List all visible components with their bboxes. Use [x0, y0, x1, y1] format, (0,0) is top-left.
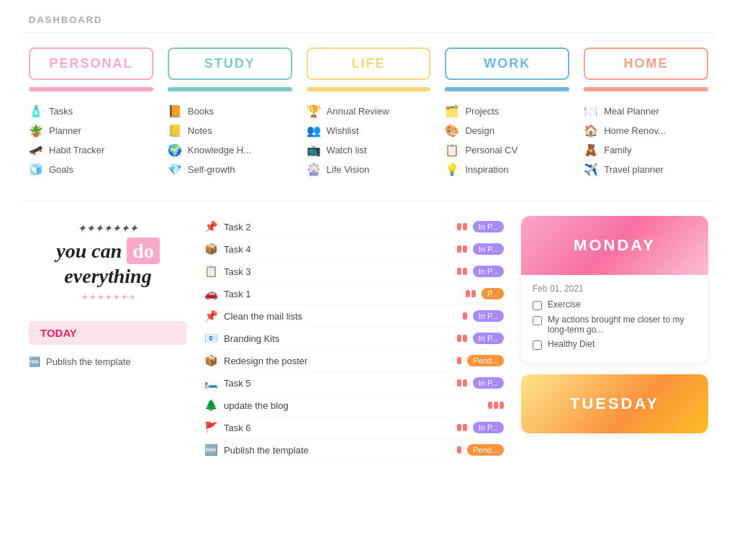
home-items: 🍽️Meal Planner 🏠Home Renov... 🧸Family ✈️… [584, 101, 708, 179]
knowledge-icon: 🌍 [168, 143, 182, 157]
list-item[interactable]: 🗂️Projects [445, 101, 569, 121]
table-row[interactable]: 🛏️ Task 5 In P... [202, 372, 507, 394]
task-priority [457, 446, 461, 453]
list-item[interactable]: 🏠Home Renov... [584, 121, 708, 140]
list-item[interactable]: 👥Wishlist [307, 121, 431, 140]
list-item[interactable]: 🌍Knowledge H... [168, 140, 292, 160]
list-item[interactable]: 🍽️Meal Planner [584, 101, 708, 121]
task-badge: Pend... [467, 355, 504, 366]
monday-item-0[interactable]: Exercise [533, 299, 697, 310]
list-item[interactable]: 📙Books [168, 101, 292, 121]
task-list-panel: 📌 Task 2 In P... 📦 Task 4 In P... 📋 Task… [202, 216, 507, 461]
task-priority [466, 290, 476, 297]
habit-tracker-icon: 🛹 [29, 143, 43, 157]
meal-planner-icon: 🍽️ [584, 104, 598, 118]
dashboard-title: DASHBOARD [0, 0, 737, 32]
annual-review-icon: 🏆 [307, 104, 321, 118]
monday-checkbox-2[interactable] [533, 340, 542, 350]
task-name: Task 2 [224, 222, 451, 232]
categories-section: PERSONAL 🧴Tasks 🪴Planner 🛹Habit Tracker … [0, 33, 737, 201]
monday-body: Feb 01, 2021 Exercise My actions brought… [521, 275, 708, 363]
life-items: 🏆Annual Review 👥Wishlist 📺Watch list 🎡Li… [307, 101, 431, 179]
monday-card: MONDAY Feb 01, 2021 Exercise My actions … [521, 216, 708, 363]
monday-item-label-2: Healthy Diet [548, 339, 594, 349]
wishlist-icon: 👥 [307, 124, 321, 137]
tasks-icon: 🧴 [29, 104, 43, 118]
task-icon: 📧 [204, 332, 218, 345]
table-row[interactable]: 📧 Branding Kits In P... [202, 328, 507, 350]
table-row[interactable]: 📌 Task 2 In P... [202, 216, 507, 238]
monday-item-label-1: My actions brought me closer to my long-… [548, 315, 697, 335]
task-icon: 📦 [204, 243, 218, 256]
left-task-name: Publish the template [46, 356, 131, 367]
table-row[interactable]: 📦 Redesign the poster Pend... [202, 350, 507, 372]
category-label-life[interactable]: LIFE [307, 48, 431, 80]
left-panel: ✦✦✦✦✦✦✦ you can do everything ✦✦✦✦✦✦✦ TO… [29, 216, 187, 461]
list-item[interactable]: 🎡Life Vision [307, 160, 431, 179]
planner-icon: 🪴 [29, 124, 43, 137]
category-bar-personal [29, 87, 153, 91]
category-bar-work [445, 87, 569, 91]
list-item[interactable]: 🧊Goals [29, 160, 153, 179]
task-priority [463, 312, 467, 320]
task-badge: In P... [473, 310, 504, 322]
monday-header: MONDAY [521, 216, 708, 275]
task-priority [457, 268, 467, 275]
watchlist-icon: 📺 [307, 143, 321, 157]
list-item[interactable]: 📋Personal CV [445, 140, 569, 160]
list-item[interactable]: 💡Inspiration [445, 160, 569, 179]
motivation-text: ✦✦✦✦✦✦✦ you can do everything ✦✦✦✦✦✦✦ [36, 223, 180, 302]
table-row[interactable]: 📌 Clean the mail lists In P... [202, 305, 507, 328]
design-icon: 🎨 [445, 124, 459, 137]
table-row[interactable]: 🚩 Task 6 In P... [202, 417, 507, 439]
left-task-item[interactable]: 🆓 Publish the template [29, 353, 187, 370]
task-name: Branding Kits [224, 333, 451, 344]
category-work: WORK 🗂️Projects 🎨Design 📋Personal CV 💡In… [445, 48, 569, 179]
home-renov-icon: 🏠 [584, 124, 598, 137]
list-item[interactable]: ✈️Travel planner [584, 160, 708, 179]
category-label-work[interactable]: WORK [445, 48, 569, 80]
monday-date: Feb 01, 2021 [533, 284, 697, 294]
personal-items: 🧴Tasks 🪴Planner 🛹Habit Tracker 🧊Goals [29, 101, 153, 179]
list-item[interactable]: 🏆Annual Review [307, 101, 431, 121]
monday-item-1[interactable]: My actions brought me closer to my long-… [533, 315, 697, 335]
task-name: Task 6 [224, 423, 451, 433]
goals-icon: 🧊 [29, 163, 43, 176]
selfgrowth-icon: 💎 [168, 163, 182, 176]
task-icon: 🚗 [204, 287, 218, 300]
today-label: TODAY [29, 321, 187, 345]
category-label-personal[interactable]: PERSONAL [29, 48, 153, 80]
table-row[interactable]: 🆓 Publish the template Pend... [202, 439, 507, 461]
motivation-accent: do [127, 238, 160, 265]
list-item[interactable]: 🪴Planner [29, 121, 153, 140]
list-item[interactable]: 🎨Design [445, 121, 569, 140]
monday-checkbox-1[interactable] [533, 316, 542, 325]
task-priority [457, 245, 467, 253]
motivation-box: ✦✦✦✦✦✦✦ you can do everything ✦✦✦✦✦✦✦ [29, 216, 187, 310]
list-item[interactable]: 📺Watch list [307, 140, 431, 160]
table-row[interactable]: 📦 Task 4 In P... [202, 238, 507, 261]
category-home: HOME 🍽️Meal Planner 🏠Home Renov... 🧸Fami… [584, 48, 708, 179]
category-life: LIFE 🏆Annual Review 👥Wishlist 📺Watch lis… [307, 48, 431, 179]
table-row[interactable]: 🚗 Task 1 P... [202, 283, 507, 305]
category-label-study[interactable]: STUDY [168, 48, 292, 80]
task-badge: Pend... [467, 444, 504, 456]
notes-icon: 📒 [168, 124, 182, 137]
list-item[interactable]: 🧴Tasks [29, 101, 153, 121]
list-item[interactable]: 📒Notes [168, 121, 292, 140]
task-name: update the blog [224, 400, 482, 411]
monday-checkbox-0[interactable] [533, 301, 542, 310]
task-icon: 📌 [204, 310, 218, 322]
table-row[interactable]: 📋 Task 3 In P... [202, 261, 507, 283]
task-icon: 📌 [204, 220, 218, 233]
list-item[interactable]: 🛹Habit Tracker [29, 140, 153, 160]
monday-item-2[interactable]: Healthy Diet [533, 339, 697, 350]
list-item[interactable]: 🧸Family [584, 140, 708, 160]
travel-planner-icon: ✈️ [584, 163, 598, 176]
list-item[interactable]: 💎Self-growth [168, 160, 292, 179]
life-vision-icon: 🎡 [307, 163, 321, 176]
category-label-home[interactable]: HOME [584, 48, 708, 80]
family-icon: 🧸 [584, 143, 598, 157]
table-row[interactable]: 🌲 update the blog [202, 394, 507, 417]
tuesday-header: TUESDAY [521, 374, 708, 433]
